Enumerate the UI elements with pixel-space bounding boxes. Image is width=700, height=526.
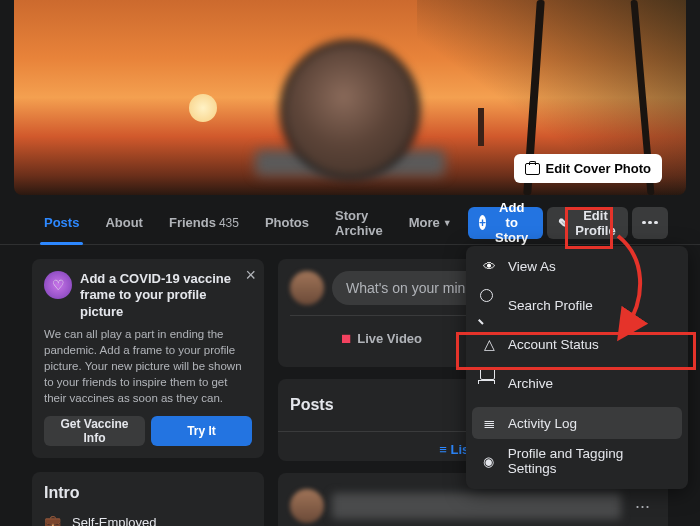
try-it-button[interactable]: Try It xyxy=(151,416,252,446)
get-vaccine-info-button[interactable]: Get Vaccine Info xyxy=(44,416,145,446)
covid-title: Add a COVID-19 vaccine frame to your pro… xyxy=(80,271,252,320)
tab-photos[interactable]: Photos xyxy=(253,201,321,245)
tab-friends[interactable]: Friends435 xyxy=(157,201,251,245)
overflow-menu: View As Search Profile Account Status Ar… xyxy=(466,246,688,489)
live-video-button[interactable]: ■Live Video xyxy=(290,322,473,355)
camera-icon xyxy=(525,163,540,175)
warning-icon xyxy=(480,336,498,352)
more-options-button[interactable] xyxy=(632,207,668,239)
add-to-story-button[interactable]: + Add to Story xyxy=(468,207,543,239)
edit-profile-button[interactable]: Edit Profile xyxy=(547,207,627,239)
list-icon xyxy=(480,414,498,432)
menu-item-profile-tagging[interactable]: Profile and Tagging Settings xyxy=(472,439,682,483)
tab-story-archive[interactable]: Story Archive xyxy=(323,201,395,245)
user-icon xyxy=(480,454,498,469)
post-more-button[interactable]: ··· xyxy=(629,496,656,517)
profile-tabs: Posts About Friends435 Photos Story Arch… xyxy=(0,201,700,245)
intro-title: Intro xyxy=(44,484,252,502)
menu-item-view-as[interactable]: View As xyxy=(472,252,682,281)
edit-cover-label: Edit Cover Photo xyxy=(546,161,651,176)
profile-avatar[interactable] xyxy=(280,40,420,180)
posts-title: Posts xyxy=(290,396,334,414)
vaccine-icon: ♡ xyxy=(44,271,72,299)
post-author-avatar[interactable] xyxy=(290,489,324,523)
covid-body: We can all play a part in ending the pan… xyxy=(44,326,252,406)
search-icon xyxy=(480,288,498,322)
intro-card: Intro 💼 Self-Employed 🎓 xyxy=(32,472,264,526)
video-icon: ■ xyxy=(341,329,351,349)
menu-item-account-status[interactable]: Account Status xyxy=(472,329,682,359)
menu-item-archive[interactable]: Archive xyxy=(472,359,682,407)
close-icon[interactable]: × xyxy=(245,265,256,286)
ellipsis-icon xyxy=(642,221,658,225)
tab-about[interactable]: About xyxy=(93,201,155,245)
list-icon: ≡ xyxy=(439,442,450,457)
eye-icon xyxy=(480,259,498,274)
tab-more[interactable]: More▼ xyxy=(397,201,464,245)
briefcase-icon: 💼 xyxy=(44,514,62,526)
chevron-down-icon: ▼ xyxy=(443,218,452,228)
post-author-meta xyxy=(332,493,621,519)
covid-frame-card: × ♡ Add a COVID-19 vaccine frame to your… xyxy=(32,259,264,458)
tab-posts[interactable]: Posts xyxy=(32,201,91,245)
archive-icon xyxy=(480,366,498,400)
composer-avatar[interactable] xyxy=(290,271,324,305)
menu-item-activity-log[interactable]: Activity Log xyxy=(472,407,682,439)
edit-cover-photo-button[interactable]: Edit Cover Photo xyxy=(514,154,662,183)
plus-icon: + xyxy=(479,215,487,230)
intro-work: Self-Employed xyxy=(72,515,157,526)
pencil-icon xyxy=(558,216,569,229)
menu-item-search-profile[interactable]: Search Profile xyxy=(472,281,682,329)
